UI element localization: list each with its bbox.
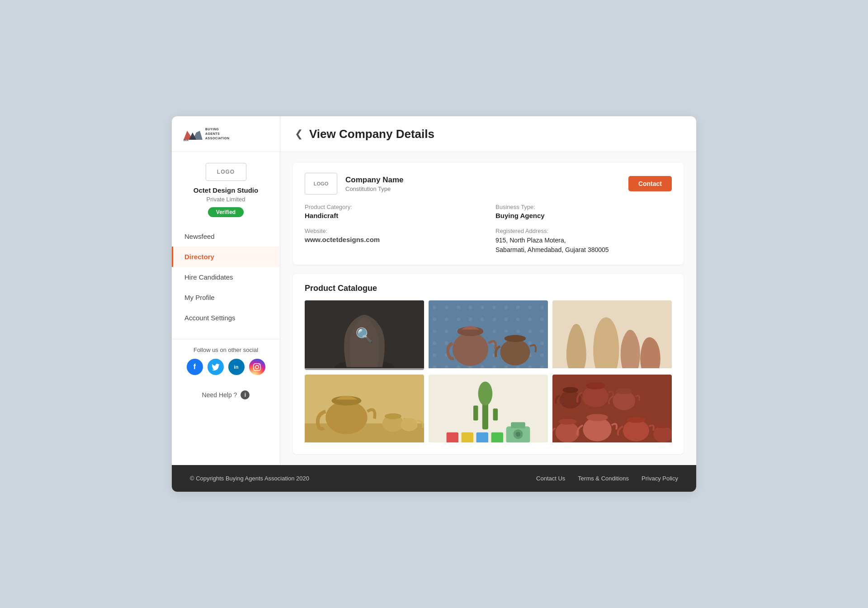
contact-button[interactable]: Contact — [628, 176, 672, 191]
sidebar-item-my-profile[interactable]: My Profile — [172, 287, 280, 308]
svg-rect-26 — [447, 432, 458, 442]
svg-point-12 — [505, 335, 526, 342]
company-header: LOGO Company Name Constitution Type Cont… — [305, 173, 672, 195]
back-button[interactable]: ❮ — [295, 128, 303, 140]
need-help-label: Need Help ? — [202, 391, 237, 399]
svg-point-38 — [586, 382, 605, 390]
address-block: Registered Address: 915, North Plaza Mot… — [495, 228, 672, 255]
sidebar-item-account-settings[interactable]: Account Settings — [172, 308, 280, 328]
svg-rect-29 — [491, 432, 503, 442]
top-header: BAA BUYING AGENTS ASSOCIATION ❮ View Com… — [172, 116, 696, 152]
svg-point-11 — [500, 339, 530, 366]
svg-point-44 — [586, 414, 608, 421]
svg-rect-25 — [493, 408, 498, 420]
nav-menu: Newsfeed Directory Hire Candidates My Pr… — [172, 226, 280, 328]
svg-point-42 — [558, 418, 576, 424]
svg-point-23 — [478, 382, 493, 406]
website-block: Website: www.octetdesigns.com — [305, 228, 481, 255]
product-image-5 — [429, 375, 548, 442]
instagram-icon[interactable] — [249, 359, 265, 375]
baa-logo-text: BUYING AGENTS ASSOCIATION — [205, 127, 230, 140]
svg-point-45 — [623, 420, 649, 442]
page-header: ❮ View Company Details — [280, 116, 696, 152]
copyright: © Copyrights Buying Agents Association 2… — [190, 475, 309, 482]
sidebar-company-type: Private Limited — [207, 196, 245, 203]
need-help: Need Help ? i — [189, 384, 263, 406]
svg-rect-24 — [473, 405, 478, 420]
sidebar-header-logo: BAA BUYING AGENTS ASSOCIATION — [172, 116, 280, 152]
product-overlay-1: 🔍 — [305, 300, 424, 370]
search-icon: 🔍 — [355, 327, 373, 344]
product-image-4 — [305, 375, 424, 442]
svg-rect-28 — [476, 432, 488, 442]
company-details-grid: Product Category: Handicraft Business Ty… — [305, 204, 672, 255]
footer-contact-us[interactable]: Contact Us — [536, 475, 565, 482]
sidebar-item-hire-candidates[interactable]: Hire Candidates — [172, 267, 280, 287]
help-icon[interactable]: i — [241, 390, 250, 399]
company-name: Company Name — [345, 176, 628, 185]
body-area: LOGO Octet Design Studio Private Limited… — [172, 152, 696, 465]
sidebar-company-name: Octet Design Studio — [193, 186, 258, 194]
product-category-value: Handicraft — [305, 212, 481, 219]
linkedin-icon[interactable]: in — [228, 359, 245, 375]
social-section: Follow us on other social f in — [172, 339, 280, 382]
product-item-3[interactable] — [552, 300, 672, 370]
footer-privacy[interactable]: Privacy Policy — [642, 475, 678, 482]
svg-point-20 — [401, 418, 418, 431]
product-image-6 — [552, 375, 672, 442]
svg-marker-2 — [193, 131, 203, 140]
svg-rect-7 — [429, 300, 548, 368]
product-image-2 — [429, 300, 548, 368]
main-card: BAA BUYING AGENTS ASSOCIATION ❮ View Com… — [172, 116, 696, 492]
svg-rect-31 — [511, 422, 525, 428]
business-type-block: Business Type: Buying Agency — [495, 204, 672, 219]
svg-point-16 — [326, 401, 367, 434]
baa-logo-icon: BAA — [183, 126, 203, 142]
social-icons: f in — [181, 359, 271, 375]
facebook-icon[interactable]: f — [187, 359, 203, 375]
svg-point-48 — [656, 423, 670, 428]
product-item-2[interactable] — [429, 300, 548, 370]
footer-terms[interactable]: Terms & Conditions — [578, 475, 629, 482]
svg-point-9 — [453, 332, 488, 366]
social-label: Follow us on other social — [181, 347, 271, 353]
sidebar-item-directory[interactable]: Directory — [172, 247, 280, 267]
product-item-1[interactable]: 🔍 — [305, 300, 424, 370]
svg-point-41 — [556, 422, 580, 442]
svg-point-40 — [616, 388, 632, 394]
twitter-icon[interactable] — [208, 359, 224, 375]
company-logo-placeholder: LOGO — [305, 173, 337, 195]
company-name-block: Company Name Constitution Type — [345, 176, 628, 192]
address-value: 915, North Plaza Motera, Sabarmati, Ahme… — [495, 236, 672, 255]
website-value[interactable]: www.octetdesigns.com — [305, 236, 481, 243]
svg-point-33 — [516, 432, 521, 437]
business-type-value: Buying Agency — [495, 212, 672, 219]
svg-point-47 — [653, 426, 672, 442]
catalogue-card: Product Catalogue — [293, 274, 684, 454]
footer-links: Contact Us Terms & Conditions Privacy Po… — [536, 475, 678, 482]
product-item-4[interactable] — [305, 375, 424, 444]
company-card: LOGO Company Name Constitution Type Cont… — [293, 163, 684, 265]
product-category-block: Product Category: Handicraft — [305, 204, 481, 219]
footer: © Copyrights Buying Agents Association 2… — [172, 465, 696, 492]
svg-point-19 — [385, 413, 401, 419]
catalogue-title: Product Catalogue — [305, 284, 672, 293]
product-image-3 — [552, 300, 672, 368]
main-content: LOGO Company Name Constitution Type Cont… — [280, 152, 696, 465]
sidebar-logo-box: LOGO — [206, 163, 246, 181]
product-item-5[interactable] — [429, 375, 548, 444]
company-constitution: Constitution Type — [345, 185, 628, 192]
svg-rect-27 — [462, 432, 473, 442]
website-label: Website: — [305, 228, 481, 234]
product-grid: 🔍 — [305, 300, 672, 444]
business-type-label: Business Type: — [495, 204, 672, 210]
sidebar: LOGO Octet Design Studio Private Limited… — [172, 152, 280, 465]
address-label: Registered Address: — [495, 228, 672, 234]
svg-point-46 — [627, 417, 646, 423]
product-item-6[interactable] — [552, 375, 672, 444]
verified-badge: Verified — [208, 207, 244, 217]
sidebar-item-newsfeed[interactable]: Newsfeed — [172, 226, 280, 247]
product-category-label: Product Category: — [305, 204, 481, 210]
baa-logo: BAA BUYING AGENTS ASSOCIATION — [183, 126, 230, 142]
svg-text:BAA: BAA — [184, 139, 189, 142]
